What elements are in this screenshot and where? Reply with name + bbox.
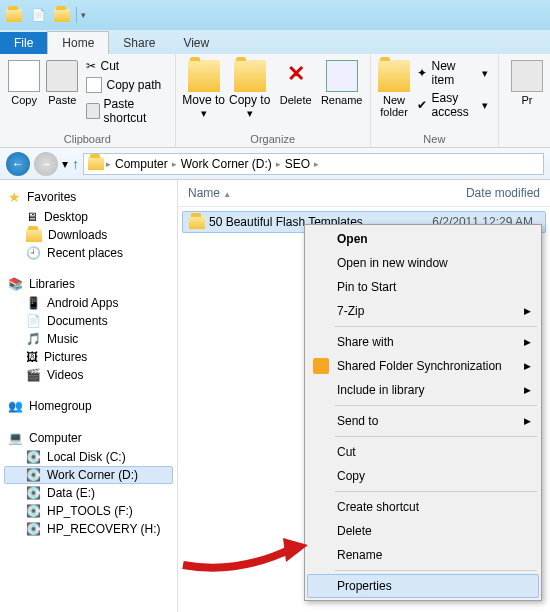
explorer-icon — [4, 5, 24, 25]
sidebar-favorites[interactable]: ★Favorites — [4, 186, 173, 208]
new-item-button[interactable]: ✦New item ▾ — [413, 58, 492, 88]
tab-view[interactable]: View — [169, 32, 223, 54]
ctx-open[interactable]: Open — [307, 227, 539, 251]
sidebar: ★Favorites 🖥Desktop Downloads 🕘Recent pl… — [0, 180, 178, 612]
ctx-share[interactable]: Share with▶ — [307, 330, 539, 354]
tab-share[interactable]: Share — [109, 32, 169, 54]
android-icon: 📱 — [26, 296, 41, 310]
ctx-copy[interactable]: Copy — [307, 464, 539, 488]
downloads-icon — [26, 229, 42, 242]
copy-path-icon — [86, 77, 102, 93]
ctx-cut[interactable]: Cut — [307, 440, 539, 464]
disk-icon: 💽 — [26, 450, 41, 464]
new-folder-icon — [378, 60, 410, 92]
ctx-7zip[interactable]: 7-Zip▶ — [307, 299, 539, 323]
submenu-arrow-icon: ▶ — [524, 385, 531, 395]
nav-forward-button[interactable]: → — [34, 152, 58, 176]
ctx-include[interactable]: Include in library▶ — [307, 378, 539, 402]
qat-dropdown-icon[interactable]: ▾ — [81, 10, 86, 20]
sidebar-drive-f[interactable]: 💽HP_TOOLS (F:) — [4, 502, 173, 520]
computer-icon: 💻 — [8, 431, 23, 445]
tab-file[interactable]: File — [0, 32, 47, 54]
properties-icon — [511, 60, 543, 92]
address-bar[interactable]: ▸ Computer▸ Work Corner (D:)▸ SEO▸ — [83, 153, 544, 175]
sidebar-videos[interactable]: 🎬Videos — [4, 366, 173, 384]
cut-button[interactable]: ✂Cut — [82, 58, 168, 74]
ctx-open-new[interactable]: Open in new window — [307, 251, 539, 275]
sidebar-drive-d[interactable]: 💽Work Corner (D:) — [4, 466, 173, 484]
nav-history-dropdown[interactable]: ▾ — [62, 157, 68, 171]
properties-ribbon-button[interactable]: Pr — [505, 56, 549, 106]
new-folder-button[interactable]: New folder — [377, 56, 412, 118]
group-clipboard-label: Clipboard — [6, 131, 169, 147]
sort-indicator-icon: ▲ — [223, 190, 231, 199]
sidebar-drive-c[interactable]: 💽Local Disk (C:) — [4, 448, 173, 466]
submenu-arrow-icon: ▶ — [524, 361, 531, 371]
move-to-button[interactable]: Move to ▾ — [182, 56, 226, 119]
sidebar-recent[interactable]: 🕘Recent places — [4, 244, 173, 262]
move-to-icon — [188, 60, 220, 92]
pictures-icon: 🖼 — [26, 350, 38, 364]
copy-button[interactable]: Copy — [6, 56, 42, 106]
group-new-label: New — [377, 131, 492, 147]
paste-shortcut-button[interactable]: Paste shortcut — [82, 96, 168, 126]
star-icon: ★ — [8, 189, 21, 205]
ctx-sfs[interactable]: Shared Folder Synchronization▶ — [307, 354, 539, 378]
breadcrumb-drive[interactable]: Work Corner (D:) — [179, 157, 274, 171]
scissors-icon: ✂ — [86, 59, 96, 73]
desktop-icon: 🖥 — [26, 210, 38, 224]
sidebar-libraries[interactable]: 📚Libraries — [4, 274, 173, 294]
quick-props-icon[interactable] — [52, 5, 72, 25]
easy-access-icon: ✔ — [417, 98, 427, 112]
sidebar-downloads[interactable]: Downloads — [4, 226, 173, 244]
ctx-delete[interactable]: Delete — [307, 519, 539, 543]
rename-button[interactable]: Rename — [320, 56, 364, 106]
sidebar-music[interactable]: 🎵Music — [4, 330, 173, 348]
sidebar-desktop[interactable]: 🖥Desktop — [4, 208, 173, 226]
paste-button[interactable]: Paste — [44, 56, 80, 106]
ctx-shortcut[interactable]: Create shortcut — [307, 495, 539, 519]
paste-shortcut-icon — [86, 103, 99, 119]
group-organize-label: Organize — [182, 131, 364, 147]
videos-icon: 🎬 — [26, 368, 41, 382]
ctx-send[interactable]: Send to▶ — [307, 409, 539, 433]
submenu-arrow-icon: ▶ — [524, 306, 531, 316]
sidebar-homegroup[interactable]: 👥Homegroup — [4, 396, 173, 416]
homegroup-icon: 👥 — [8, 399, 23, 413]
submenu-arrow-icon: ▶ — [524, 416, 531, 426]
ctx-properties[interactable]: Properties — [307, 574, 539, 598]
breadcrumb-computer[interactable]: Computer — [113, 157, 170, 171]
quick-new-icon[interactable]: 📄 — [28, 5, 48, 25]
recent-icon: 🕘 — [26, 246, 41, 260]
disk-icon: 💽 — [26, 504, 41, 518]
sidebar-android[interactable]: 📱Android Apps — [4, 294, 173, 312]
copy-to-button[interactable]: Copy to ▾ — [228, 56, 272, 119]
folder-icon — [189, 216, 205, 229]
disk-icon: 💽 — [26, 522, 41, 536]
sync-icon — [313, 358, 329, 374]
documents-icon: 📄 — [26, 314, 41, 328]
disk-icon: 💽 — [26, 486, 41, 500]
copy-path-button[interactable]: Copy path — [82, 76, 168, 94]
sidebar-drive-h[interactable]: 💽HP_RECOVERY (H:) — [4, 520, 173, 538]
ctx-pin[interactable]: Pin to Start — [307, 275, 539, 299]
tab-home[interactable]: Home — [47, 31, 109, 54]
delete-x-icon: ✕ — [280, 60, 312, 92]
column-name[interactable]: Name ▲ — [178, 180, 456, 206]
ctx-rename[interactable]: Rename — [307, 543, 539, 567]
easy-access-button[interactable]: ✔Easy access ▾ — [413, 90, 492, 120]
sidebar-computer[interactable]: 💻Computer — [4, 428, 173, 448]
submenu-arrow-icon: ▶ — [524, 337, 531, 347]
music-icon: 🎵 — [26, 332, 41, 346]
rename-icon — [326, 60, 358, 92]
sidebar-documents[interactable]: 📄Documents — [4, 312, 173, 330]
delete-button[interactable]: ✕Delete — [274, 56, 318, 106]
nav-up-button[interactable]: ↑ — [72, 156, 79, 172]
new-item-icon: ✦ — [417, 66, 427, 80]
column-date[interactable]: Date modified — [456, 180, 550, 206]
disk-icon: 💽 — [26, 468, 41, 482]
breadcrumb-folder[interactable]: SEO — [283, 157, 312, 171]
sidebar-drive-e[interactable]: 💽Data (E:) — [4, 484, 173, 502]
sidebar-pictures[interactable]: 🖼Pictures — [4, 348, 173, 366]
nav-back-button[interactable]: ← — [6, 152, 30, 176]
